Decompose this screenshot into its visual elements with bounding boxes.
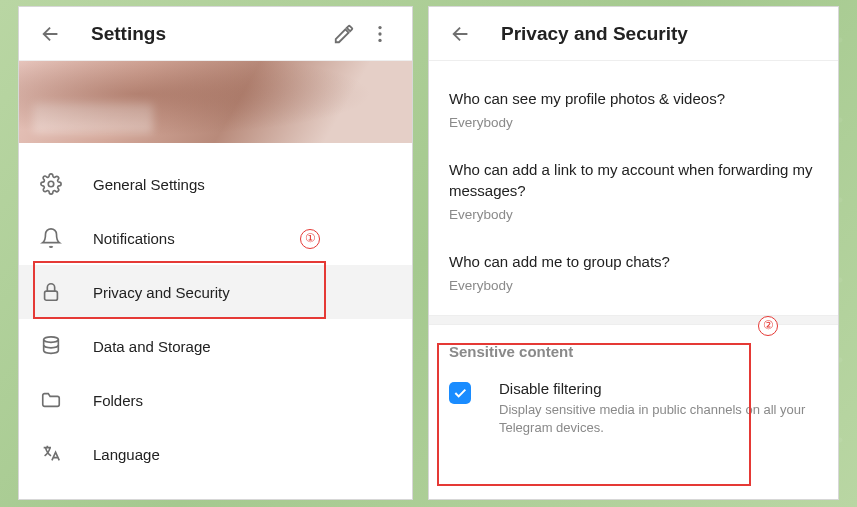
privacy-header: Privacy and Security <box>429 7 838 61</box>
more-button[interactable] <box>362 16 398 52</box>
language-icon <box>39 442 63 466</box>
svg-point-5 <box>44 337 59 343</box>
settings-header: Settings <box>19 7 412 61</box>
sidebar-item-label: Privacy and Security <box>93 284 230 301</box>
settings-title: Settings <box>91 23 326 45</box>
sidebar-item-label: Notifications <box>93 230 175 247</box>
sidebar-item-label: Language <box>93 446 160 463</box>
arrow-left-icon <box>450 23 472 45</box>
sidebar-item-folders[interactable]: Folders <box>19 373 412 427</box>
arrow-left-icon <box>40 23 62 45</box>
section-title-sensitive: Sensitive content <box>429 325 838 366</box>
profile-banner[interactable] <box>19 61 412 143</box>
back-button[interactable] <box>443 16 479 52</box>
svg-point-1 <box>378 32 381 35</box>
privacy-row-value: Everybody <box>449 207 818 222</box>
privacy-row-title: Who can add a link to my account when fo… <box>449 160 818 201</box>
checkbox-description: Display sensitive media in public channe… <box>499 401 818 437</box>
privacy-row-value: Everybody <box>449 115 818 130</box>
svg-point-0 <box>378 25 381 28</box>
privacy-row-group-chats[interactable]: Who can add me to group chats? Everybody <box>429 238 838 309</box>
privacy-row-forwarding[interactable]: Who can add a link to my account when fo… <box>429 146 838 238</box>
check-icon <box>452 385 468 401</box>
privacy-row-title: Who can see my profile photos & videos? <box>449 89 818 109</box>
sidebar-item-label: Folders <box>93 392 143 409</box>
sidebar-item-label: Data and Storage <box>93 338 211 355</box>
privacy-row-profile-photos[interactable]: Who can see my profile photos & videos? … <box>429 61 838 146</box>
edit-button[interactable] <box>326 16 362 52</box>
disable-filtering-row[interactable]: Disable filtering Display sensitive medi… <box>429 366 838 455</box>
privacy-row-value: Everybody <box>449 278 818 293</box>
section-divider <box>429 315 838 325</box>
svg-rect-4 <box>45 291 58 300</box>
sidebar-item-notifications[interactable]: Notifications <box>19 211 412 265</box>
folder-icon <box>39 388 63 412</box>
sidebar-item-privacy[interactable]: Privacy and Security <box>19 265 412 319</box>
privacy-row-title: Who can add me to group chats? <box>449 252 818 272</box>
sidebar-item-data[interactable]: Data and Storage <box>19 319 412 373</box>
privacy-panel: Privacy and Security Who can see my prof… <box>428 6 839 500</box>
bell-icon <box>39 226 63 250</box>
pencil-icon <box>333 23 355 45</box>
profile-name-blurred <box>33 103 153 133</box>
checkbox-title: Disable filtering <box>499 380 818 397</box>
svg-point-2 <box>378 38 381 41</box>
sidebar-item-language[interactable]: Language <box>19 427 412 481</box>
gear-icon <box>39 172 63 196</box>
lock-icon <box>39 280 63 304</box>
database-icon <box>39 334 63 358</box>
sidebar-item-label: General Settings <box>93 176 205 193</box>
disable-filtering-checkbox[interactable] <box>449 382 471 404</box>
settings-menu: General Settings Notifications Privacy a… <box>19 143 412 495</box>
svg-point-3 <box>48 181 54 187</box>
sidebar-item-general[interactable]: General Settings <box>19 157 412 211</box>
privacy-title: Privacy and Security <box>501 23 824 45</box>
more-vertical-icon <box>369 23 391 45</box>
back-button[interactable] <box>33 16 69 52</box>
settings-panel: Settings General Settings Notifications <box>18 6 413 500</box>
